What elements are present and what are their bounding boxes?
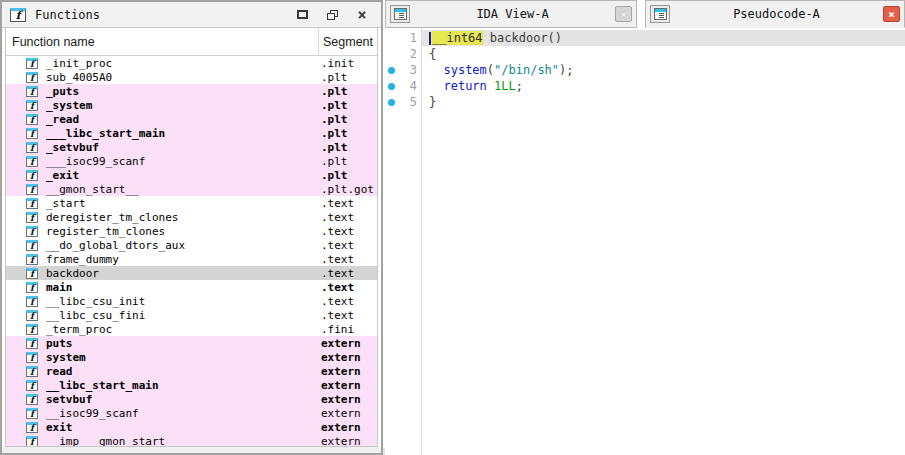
function-icon: f [26, 296, 38, 307]
function-icon: f [26, 324, 38, 335]
function-row[interactable]: f system extern [6, 350, 377, 364]
function-icon: f [26, 366, 38, 377]
code-line[interactable]: 1 __int64 backdoor() [385, 30, 905, 46]
function-segment: extern [321, 351, 377, 364]
restore-icon[interactable] [325, 8, 339, 22]
code-line[interactable]: 3 system("/bin/sh"); [385, 62, 905, 78]
function-row[interactable]: f ___libc_start_main .plt [6, 126, 377, 140]
code-token: { [429, 47, 436, 61]
function-segment: extern [321, 421, 377, 434]
code-line[interactable]: 2 { [385, 46, 905, 62]
function-icon: f [26, 226, 38, 237]
functions-window-footer [2, 447, 381, 453]
code-token: ; [516, 79, 523, 93]
view-window-icon [390, 5, 410, 23]
function-segment: .plt [321, 155, 377, 168]
function-icon-glyph: f [30, 89, 34, 96]
tab-ida-view[interactable]: IDA View-A × [385, 0, 637, 28]
function-icon: f [26, 436, 38, 447]
function-row[interactable]: f backdoor .text [6, 266, 377, 280]
function-row[interactable]: f _puts .plt [6, 84, 377, 98]
function-row[interactable]: f __libc_start_main extern [6, 378, 377, 392]
function-row[interactable]: f _read .plt [6, 112, 377, 126]
function-row[interactable]: f __do_global_dtors_aux .text [6, 238, 377, 252]
function-icon: f [26, 198, 38, 209]
function-icon-glyph: f [30, 187, 34, 194]
function-name: puts [46, 337, 321, 350]
tab-pseudocode[interactable]: Pseudocode-A × [645, 0, 905, 28]
function-row[interactable]: f __gmon_start__ .plt.got [6, 182, 377, 196]
function-row[interactable]: f _term_proc .fini [6, 322, 377, 336]
function-name: _puts [46, 85, 321, 98]
function-row[interactable]: f puts extern [6, 336, 377, 350]
function-name: _system [46, 99, 321, 112]
address-dot-icon [385, 83, 398, 90]
gutter-separator [421, 28, 422, 455]
function-row[interactable]: f __imp___gmon_start__ extern [6, 434, 377, 446]
tab-label-ida-view: IDA View-A [410, 7, 615, 21]
function-row[interactable]: f _init_proc .init [6, 56, 377, 70]
maximize-glyph [297, 10, 308, 19]
function-row[interactable]: f exit extern [6, 420, 377, 434]
code-line[interactable]: 5 } [385, 94, 905, 110]
function-icon-glyph: f [30, 229, 34, 236]
function-icon: f [26, 212, 38, 223]
function-row[interactable]: f _setvbuf .plt [6, 140, 377, 154]
function-row[interactable]: f main .text [6, 280, 377, 294]
close-icon[interactable]: × [355, 8, 369, 22]
function-name: __libc_csu_init [46, 295, 321, 308]
function-row[interactable]: f read extern [6, 364, 377, 378]
function-icon: f [26, 128, 38, 139]
function-row[interactable]: f _exit .plt [6, 168, 377, 182]
function-icon-glyph: f [30, 369, 34, 376]
function-icon-glyph: f [30, 397, 34, 404]
code-token: system [443, 63, 486, 77]
function-row[interactable]: f _system .plt [6, 98, 377, 112]
function-segment: .plt [321, 85, 377, 98]
function-row[interactable]: f frame_dummy .text [6, 252, 377, 266]
tab-close-icon[interactable]: × [615, 6, 632, 22]
function-segment: .text [321, 281, 377, 294]
function-row[interactable]: f deregister_tm_clones .text [6, 210, 377, 224]
function-row[interactable]: f __libc_csu_fini .text [6, 308, 377, 322]
column-header-segment[interactable]: Segment [319, 35, 377, 49]
function-icon-glyph: f [30, 299, 34, 306]
code-line[interactable]: 4 return 1LL; [385, 78, 905, 94]
code-text: { [422, 46, 905, 62]
maximize-icon[interactable] [295, 8, 309, 22]
code-token [429, 63, 443, 77]
function-row[interactable]: f setvbuf extern [6, 392, 377, 406]
close-glyph: × [357, 8, 366, 22]
function-icon: f [26, 170, 38, 181]
function-icon-glyph: f [30, 201, 34, 208]
function-row[interactable]: f __libc_csu_init .text [6, 294, 377, 308]
function-name: exit [46, 421, 321, 434]
function-name: _read [46, 113, 321, 126]
function-row[interactable]: f __isoc99_scanf extern [6, 406, 377, 420]
function-icon-glyph: f [30, 75, 34, 82]
function-icon-glyph: f [30, 117, 34, 124]
function-row[interactable]: f _start .text [6, 196, 377, 210]
code-token: ); [559, 63, 573, 77]
function-icon-glyph: f [30, 215, 34, 222]
function-segment: extern [321, 435, 377, 447]
function-name: ___isoc99_scanf [46, 155, 321, 168]
tab-label-pseudocode: Pseudocode-A [670, 7, 883, 21]
function-segment: extern [321, 379, 377, 392]
function-icon-glyph: f [30, 145, 34, 152]
function-row[interactable]: f ___isoc99_scanf .plt [6, 154, 377, 168]
function-segment: .plt [321, 141, 377, 154]
functions-window-title: Functions [35, 8, 100, 22]
function-name: setvbuf [46, 393, 321, 406]
function-segment: .text [321, 211, 377, 224]
line-number: 5 [398, 94, 417, 110]
functions-titlebar[interactable]: f Functions × [2, 2, 381, 28]
column-header-function-name[interactable]: Function name [6, 28, 319, 55]
function-name: deregister_tm_clones [46, 211, 321, 224]
function-row[interactable]: f register_tm_clones .text [6, 224, 377, 238]
tab-close-icon-active[interactable]: × [883, 6, 900, 22]
function-segment: .text [321, 309, 377, 322]
function-list-container: Function name Segment f _init_proc .init… [5, 28, 378, 447]
function-row[interactable]: f sub_4005A0 .plt [6, 70, 377, 84]
function-icon: f [26, 156, 38, 167]
